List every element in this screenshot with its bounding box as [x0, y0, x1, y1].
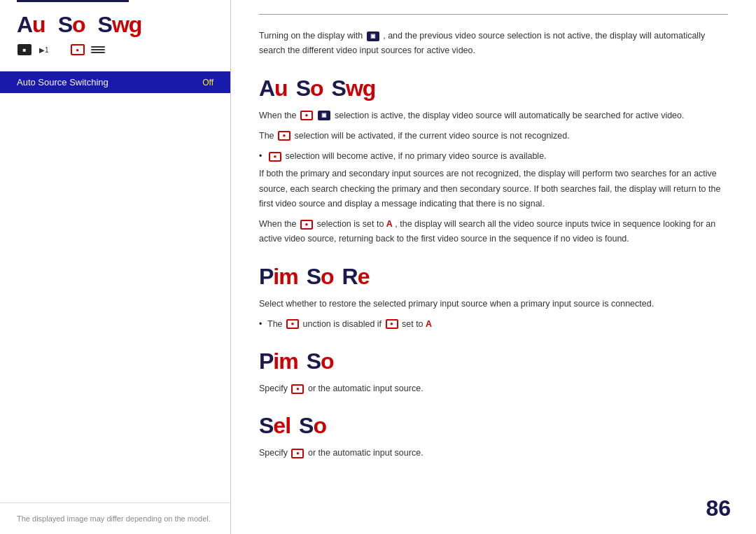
menu-item-value: Off	[202, 78, 214, 87]
section1-word-1: Au	[259, 76, 288, 101]
icon-s3-1: ●	[291, 384, 304, 394]
icon-inline-display: ▣	[367, 31, 379, 41]
s1-para5: When the ● selection is set to A , the d…	[259, 217, 728, 247]
sidebar-title-word-1: Au	[17, 12, 46, 38]
icon-s1-1: ●	[300, 111, 313, 120]
section2-word-2: So	[307, 264, 334, 290]
icon-s1-5: ●	[300, 220, 313, 230]
sidebar-footer-note: The displayed image may differ depending…	[17, 514, 214, 523]
icon-s2-2: ●	[386, 319, 398, 329]
s4-para1: Specify ● or the automatic input source.	[259, 446, 728, 461]
section1-word-2: So	[296, 76, 323, 101]
text-red-1: A	[386, 219, 393, 229]
section3-word-2: So	[307, 349, 334, 374]
sidebar-menu: Auto Source Switching Off	[0, 66, 230, 503]
intro-text-start: Turning on the display with	[259, 31, 363, 41]
s2-para1: Select whether to restore the selected p…	[259, 297, 728, 311]
icon-s1-2: ▣	[318, 111, 330, 120]
s1-para2: The ● selection will be activated, if th…	[259, 129, 728, 143]
section4-word-1: Sel	[259, 413, 290, 439]
sidebar: Au So Swg ■ ▶︎1 ●	[0, 0, 231, 534]
icon-s4-1: ●	[291, 449, 304, 458]
icon-s2-1: ●	[286, 319, 299, 329]
s2-note: The ● unction is disabled if ● set to A	[259, 317, 728, 332]
text-red-2: A	[426, 319, 432, 329]
section4-word-2: So	[299, 413, 326, 439]
sidebar-footer: The displayed image may differ depending…	[0, 503, 230, 534]
sidebar-title-word-3: Swg	[98, 12, 142, 38]
menu-item-auto-source[interactable]: Auto Source Switching Off	[0, 71, 230, 93]
section2-word-1: Pim	[259, 264, 298, 290]
section1-word-3: Swg	[332, 76, 376, 101]
nav-icon-lines	[91, 46, 105, 53]
nav-icon-img-2: ●	[71, 44, 85, 55]
nav-icon-img-1: ■	[18, 44, 31, 55]
nav-icon-1: ■	[17, 42, 32, 57]
nav-icon-2: ●	[70, 42, 85, 57]
section4-title: Sel So	[259, 413, 728, 439]
section3-word-1: Pim	[259, 349, 298, 374]
s1-para1: When the ● ▣ selection is active, the di…	[259, 108, 728, 123]
menu-item-label: Auto Source Switching	[17, 77, 108, 87]
section3-title: Pim So	[259, 349, 728, 374]
s1-para4: If both the primary and secondary input …	[259, 167, 728, 211]
section1-title: Au So Swg	[259, 76, 728, 101]
s1-para3: ● selection will become active, if no pr…	[259, 149, 728, 164]
s3-para1: Specify ● or the automatic input source.	[259, 381, 728, 396]
content-top-divider	[259, 14, 728, 15]
content-area: Turning on the display with ▣ , and the …	[231, 0, 756, 534]
intro-paragraph: Turning on the display with ▣ , and the …	[259, 29, 728, 59]
icon-s1-4: ●	[269, 152, 281, 162]
nav-label-1: ▶︎1	[39, 46, 49, 54]
page-number: 86	[706, 496, 731, 521]
section2-word-3: Re	[342, 264, 370, 290]
section2-title: Pim So Re	[259, 264, 728, 290]
icon-s1-3: ●	[278, 131, 290, 141]
sidebar-title-word-2: So	[58, 12, 85, 38]
